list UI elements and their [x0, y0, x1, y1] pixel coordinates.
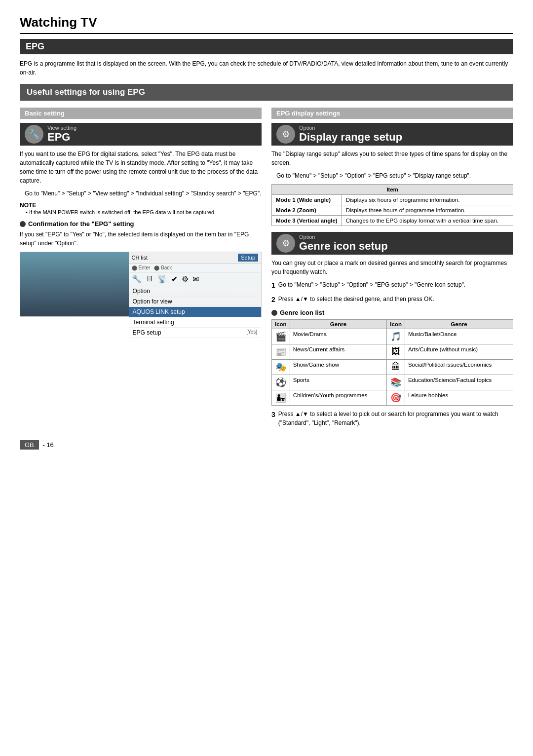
genre-list-header: Genre icon list: [271, 309, 513, 316]
display-range-table: Item Mode 1 (Wide angle) Displays six ho…: [271, 184, 513, 226]
confirmation-title: Confirmation for the "EPG" setting: [20, 220, 262, 227]
step1-text: Go to "Menu" > "Setup" > "Option" > "EPG…: [278, 280, 465, 291]
step3-number: 3: [271, 410, 275, 427]
genre-col-icon2: Icon: [387, 320, 405, 329]
step-2: 2 Press ▲/▼ to select the desired genre,…: [271, 295, 513, 305]
page-dash: -: [42, 441, 44, 449]
genre-row: 📰 News/Current affairs 🖼 Arts/Culture (w…: [272, 344, 513, 360]
menu-item-aquos: AQUOS LINK setup: [129, 307, 261, 317]
menu-ch-list-label: CH list: [132, 255, 148, 261]
genre-row: 👨‍👧 Children's/Youth programmes 🎯 Leisur…: [272, 390, 513, 406]
menu-icon-gear: ⚙: [182, 274, 189, 284]
genre-list-title: Genre icon list: [280, 309, 324, 316]
menu-item-terminal: Terminal setting: [129, 317, 261, 328]
genre-col-icon1: Icon: [272, 320, 290, 329]
menu-setup-label: Setup: [238, 254, 258, 262]
mode3-desc: Changes to the EPG display format with a…: [342, 216, 513, 226]
note-box: NOTE • If the MAIN POWER switch is switc…: [20, 202, 262, 216]
mode2-desc: Displays three hours of programme inform…: [342, 205, 513, 216]
menu-item-option-view: Option for view: [129, 297, 261, 307]
view-setting-title: EPG: [47, 131, 76, 144]
menu-icon-wrench: 🔧: [132, 274, 142, 284]
display-range-title: Display range setup: [299, 131, 402, 144]
right-column: EPG display settings ⚙ Option Display ra…: [271, 108, 513, 431]
mode1-desc: Displays six hours of programme informat…: [342, 195, 513, 205]
genre-name-left-2: Show/Game show: [290, 360, 387, 375]
genre-name-right-2: Social/Political issues/Economics: [405, 360, 513, 375]
view-setting-bar: 🔧 View setting EPG: [20, 123, 262, 146]
menu-screenshot: CH list Setup ⬤ Enter ⬤ Back 🔧 🖥 📡 ✔ ⚙ ✉: [20, 252, 262, 317]
note-text: • If the MAIN POWER switch is switched o…: [26, 209, 262, 216]
genre-icon-circle: ⚙: [276, 234, 295, 253]
genre-name-right-4: Leisure hobbies: [405, 390, 513, 406]
genre-icon-left-4: 👨‍👧: [272, 390, 290, 406]
basic-setting-header: Basic setting: [20, 108, 262, 119]
genre-col-genre2: Genre: [405, 320, 513, 329]
table-row: Mode 2 (Zoom) Displays three hours of pr…: [272, 205, 513, 216]
bullet-icon: [20, 221, 26, 227]
genre-icon-right-1: 🖼: [387, 344, 405, 360]
menu-back-label: ⬤ Back: [154, 265, 172, 270]
epg-nav-path: Go to "Menu" > "Setup" > "View setting" …: [25, 189, 262, 198]
genre-icon-left-2: 🎭: [272, 360, 290, 375]
genre-icon-left-3: ⚽: [272, 375, 290, 390]
menu-nav-row: ⬤ Enter ⬤ Back: [129, 264, 261, 272]
step-1: 1 Go to "Menu" > "Setup" > "Option" > "E…: [271, 280, 513, 291]
genre-body: You can grey out or place a mark on desi…: [271, 259, 513, 276]
step2-number: 2: [271, 295, 275, 305]
genre-setting-bar: ⚙ Option Genre icon setup: [271, 232, 513, 255]
page-number: 16: [46, 441, 53, 449]
genre-bullet-icon: [271, 310, 277, 316]
menu-item-option: Option: [129, 286, 261, 297]
menu-icon-envelope: ✉: [192, 274, 199, 284]
genre-name-right-0: Music/Ballet/Dance: [405, 329, 513, 344]
genre-row: 🎭 Show/Game show 🏛 Social/Political issu…: [272, 360, 513, 375]
menu-icon-check: ✔: [171, 274, 178, 284]
genre-icon-left-1: 📰: [272, 344, 290, 360]
useful-settings-banner: Useful settings for using EPG: [20, 84, 513, 101]
genre-name-left-3: Sports: [290, 375, 387, 390]
step2-text: Press ▲/▼ to select the desired genre, a…: [278, 295, 434, 305]
epg-body-text: If you want to use the EPG for digital s…: [20, 150, 262, 185]
menu-icon-monitor: 🖥: [146, 274, 153, 284]
display-range-nav-path: Go to "Menu" > "Setup" > "Option" > "EPG…: [276, 171, 513, 180]
table-row: Mode 1 (Wide angle) Displays six hours o…: [272, 195, 513, 205]
page-title: Watching TV: [20, 15, 513, 34]
menu-icons-row: 🔧 🖥 📡 ✔ ⚙ ✉: [129, 272, 261, 286]
menu-item-epg: EPG setup [Yes]: [129, 328, 261, 338]
range-table-header: Item: [272, 185, 513, 195]
page-footer: GB - 16: [20, 441, 513, 449]
genre-name-right-3: Education/Science/Factual topics: [405, 375, 513, 390]
epg-display-settings-header: EPG display settings: [271, 108, 513, 119]
gb-label: GB - 16: [20, 441, 54, 449]
step1-number: 1: [271, 280, 275, 291]
left-column: Basic setting 🔧 View setting EPG If you …: [20, 108, 262, 317]
genre-icon-left-0: 🎬: [272, 329, 290, 344]
menu-overlay: CH list Setup ⬤ Enter ⬤ Back 🔧 🖥 📡 ✔ ⚙ ✉: [129, 252, 261, 316]
epg-intro-text: EPG is a programme list that is displaye…: [20, 59, 513, 77]
note-title: NOTE: [20, 202, 262, 209]
mode2-name: Mode 2 (Zoom): [272, 205, 342, 216]
genre-name-left-0: Movie/Drama: [290, 329, 387, 344]
genre-row: 🎬 Movie/Drama 🎵 Music/Ballet/Dance: [272, 329, 513, 344]
menu-icon-signal: 📡: [157, 274, 167, 284]
genre-name-left-4: Children's/Youth programmes: [290, 390, 387, 406]
genre-section: ⚙ Option Genre icon setup You can grey o…: [271, 232, 513, 427]
genre-col-genre1: Genre: [290, 320, 387, 329]
step3-text: Press ▲/▼ to select a level to pick out …: [278, 410, 513, 427]
genre-name-left-1: News/Current affairs: [290, 344, 387, 360]
gb-badge: GB: [20, 440, 39, 450]
mode3-name: Mode 3 (Vertical angle): [272, 216, 342, 226]
display-range-body: The "Display range setup" allows you to …: [271, 150, 513, 167]
genre-icon-right-3: 📚: [387, 375, 405, 390]
genre-title: Genre icon setup: [299, 240, 388, 253]
display-range-bar: ⚙ Option Display range setup: [271, 123, 513, 146]
confirmation-body: If you set "EPG" to "Yes" or "No", the s…: [20, 230, 262, 248]
genre-table: Icon Genre Icon Genre 🎬 Movie/Drama 🎵 Mu…: [271, 319, 513, 406]
table-row: Mode 3 (Vertical angle) Changes to the E…: [272, 216, 513, 226]
genre-icon-right-0: 🎵: [387, 329, 405, 344]
step-3: 3 Press ▲/▼ to select a level to pick ou…: [271, 410, 513, 427]
genre-name-right-1: Arts/Culture (without music): [405, 344, 513, 360]
menu-enter-label: ⬤ Enter: [132, 265, 151, 270]
view-setting-icon: 🔧: [25, 125, 43, 144]
